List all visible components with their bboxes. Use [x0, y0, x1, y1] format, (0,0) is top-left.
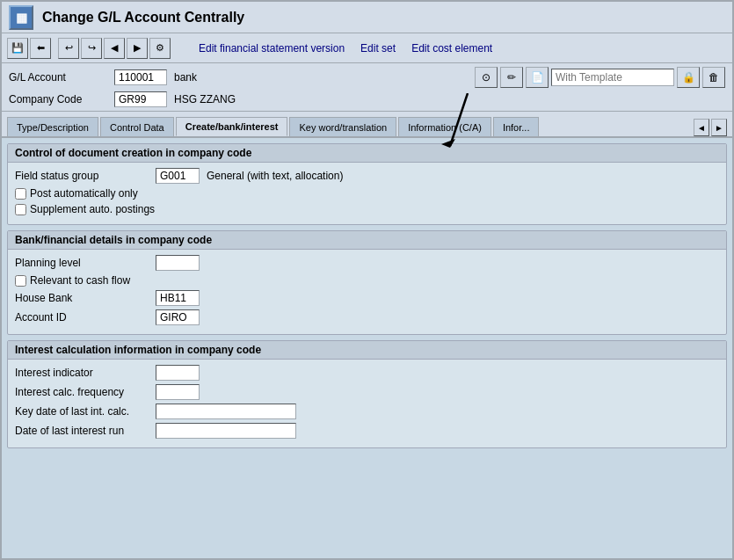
key-date-input[interactable] — [156, 404, 296, 419]
lock-icon-btn[interactable]: 🔒 — [677, 67, 700, 88]
bank-financial-section: Bank/financial details in company code P… — [7, 230, 727, 335]
gl-account-label: G/L Account — [9, 71, 114, 84]
tab-infor-more[interactable]: Infor... — [493, 117, 540, 136]
account-id-row: Account ID GIRO — [15, 309, 719, 325]
edit-financial-menu[interactable]: Edit financial statement version — [199, 42, 345, 55]
interest-calc-body: Interest indicator Interest calc. freque… — [8, 360, 726, 447]
interest-indicator-label: Interest indicator — [15, 367, 156, 379]
main-content: Control of document creation in company … — [2, 138, 732, 558]
account-id-input[interactable]: GIRO — [156, 309, 200, 325]
company-code-name: HSG ZZANG — [174, 93, 236, 105]
last-run-row: Date of last interest run — [15, 423, 719, 439]
planning-level-row: Planning level — [15, 255, 719, 271]
template-input[interactable] — [551, 69, 674, 86]
undo-button[interactable]: ↩ — [58, 38, 79, 59]
network-icon-btn[interactable]: ⊙ — [475, 67, 498, 88]
cash-flow-label: Relevant to cash flow — [30, 274, 130, 287]
key-date-row: Key date of last int. calc. — [15, 404, 719, 419]
field-status-input[interactable]: G001 — [156, 168, 200, 184]
last-run-input[interactable] — [156, 423, 296, 439]
app-icon: ▦ — [9, 5, 33, 30]
last-run-label: Date of last interest run — [15, 425, 156, 437]
header-fields: G/L Account 110001 bank ⊙ ✏ 📄 🔒 🗑 Compan… — [2, 63, 732, 112]
next-button[interactable]: ▶ — [127, 38, 148, 59]
gl-account-row: G/L Account 110001 bank ⊙ ✏ 📄 🔒 🗑 — [9, 67, 725, 88]
key-date-label: Key date of last int. calc. — [15, 405, 156, 418]
company-code-row: Company Code GR99 HSG ZZANG — [9, 91, 725, 107]
menu-bar: Edit financial statement version Edit se… — [199, 42, 492, 55]
interest-calc-title: Interest calculation information in comp… — [8, 341, 726, 360]
edit-cost-menu[interactable]: Edit cost element — [411, 42, 492, 55]
field-status-row: Field status group G001 General (with te… — [15, 168, 719, 184]
tab-next-btn[interactable]: ► — [711, 119, 727, 136]
cash-flow-checkbox[interactable] — [15, 275, 26, 287]
bank-financial-body: Planning level Relevant to cash flow Hou… — [8, 250, 726, 334]
interest-freq-input[interactable] — [156, 384, 200, 400]
cash-flow-row: Relevant to cash flow — [15, 274, 719, 287]
field-status-desc: General (with text, allocation) — [207, 170, 343, 182]
tab-information[interactable]: Information (C/A) — [398, 117, 491, 136]
post-auto-row: Post automatically only — [15, 187, 719, 200]
post-auto-label: Post automatically only — [30, 187, 138, 200]
post-auto-checkbox[interactable] — [15, 188, 26, 200]
control-doc-section: Control of document creation in company … — [7, 143, 727, 225]
supplement-row: Supplement auto. postings — [15, 203, 719, 215]
gl-account-input[interactable]: 110001 — [114, 69, 167, 85]
tabs-container: Type/Description Control Data Create/ban… — [2, 112, 732, 138]
control-doc-title: Control of document creation in company … — [8, 144, 726, 163]
interest-freq-label: Interest calc. frequency — [15, 386, 156, 398]
planning-level-label: Planning level — [15, 257, 156, 269]
supplement-label: Supplement auto. postings — [30, 203, 155, 215]
back-button[interactable]: ⬅ — [30, 38, 51, 59]
window-title: Change G/L Account Centrally — [42, 10, 244, 25]
account-id-label: Account ID — [15, 311, 156, 324]
toolbar: 💾 ⬅ ↩ ↪ ◀ ▶ ⚙ Edit financial statement v… — [2, 33, 732, 63]
interest-indicator-input[interactable] — [156, 365, 200, 381]
house-bank-row: House Bank HB11 — [15, 290, 719, 306]
company-code-label: Company Code — [9, 93, 114, 105]
redo-button[interactable]: ↪ — [81, 38, 102, 59]
tab-type-description[interactable]: Type/Description — [7, 117, 98, 136]
control-doc-body: Field status group G001 General (with te… — [8, 163, 726, 224]
main-window: ▦ Change G/L Account Centrally 💾 ⬅ ↩ ↪ ◀… — [0, 0, 734, 560]
tab-keyword-translation[interactable]: Key word/translation — [289, 117, 396, 136]
tab-prev-btn[interactable]: ◄ — [694, 119, 709, 136]
planning-level-input[interactable] — [156, 255, 200, 271]
supplement-checkbox[interactable] — [15, 204, 26, 215]
tab-create-bank-interest[interactable]: Create/bank/interest — [176, 117, 288, 136]
interest-calc-section: Interest calculation information in comp… — [7, 340, 727, 448]
title-bar: ▦ Change G/L Account Centrally — [2, 2, 732, 33]
tab-control-data[interactable]: Control Data — [100, 117, 174, 136]
tab-navigation: ◄ ► — [694, 119, 727, 136]
settings-button[interactable]: ⚙ — [149, 38, 171, 59]
delete-icon-btn[interactable]: 🗑 — [702, 67, 725, 88]
house-bank-label: House Bank — [15, 292, 156, 304]
save-button[interactable]: 💾 — [7, 38, 28, 59]
prev-button[interactable]: ◀ — [104, 38, 125, 59]
house-bank-input[interactable]: HB11 — [156, 290, 200, 306]
interest-freq-row: Interest calc. frequency — [15, 384, 719, 400]
page-icon-btn[interactable]: 📄 — [526, 67, 549, 88]
pencil-icon-btn[interactable]: ✏ — [500, 67, 523, 88]
gl-account-name: bank — [174, 71, 197, 84]
company-code-input[interactable]: GR99 — [114, 91, 167, 107]
interest-indicator-row: Interest indicator — [15, 365, 719, 381]
bank-financial-title: Bank/financial details in company code — [8, 231, 726, 250]
field-status-label: Field status group — [15, 170, 156, 182]
edit-set-menu[interactable]: Edit set — [360, 42, 396, 55]
header-actions: ⊙ ✏ 📄 🔒 🗑 — [475, 67, 725, 88]
